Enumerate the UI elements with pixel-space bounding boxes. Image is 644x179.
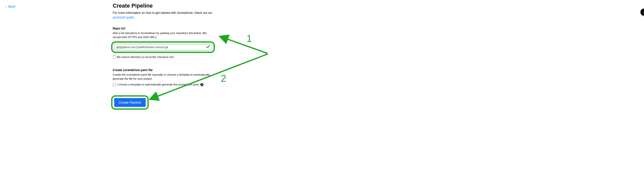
checkmark-icon — [206, 44, 211, 50]
intro-suffix: . — [134, 16, 136, 19]
chevron-left-icon: ‹ — [6, 5, 7, 8]
page-title: Create Pipeline — [113, 3, 213, 9]
back-label: Back — [8, 5, 16, 8]
repo-url-input-wrap — [114, 44, 212, 50]
annotation-number-2: 2 — [221, 73, 226, 84]
source-dir-checkbox-label: My source directory is not at the checko… — [117, 55, 174, 58]
repo-url-label: Repo Url — [113, 27, 213, 30]
yaml-template-checkbox-label: I choose a template to automatically gen… — [117, 83, 199, 86]
create-pipeline-button[interactable]: Create Pipeline — [114, 98, 146, 107]
repo-url-section: Repo Url Add a Git repository to Screwdr… — [113, 27, 213, 59]
yaml-desc: Create the screwdriver.yaml file manuall… — [113, 73, 213, 81]
source-dir-checkbox[interactable] — [113, 55, 116, 59]
intro-text: For more information on how to get start… — [113, 11, 213, 20]
yaml-label: Create screwdriver.yaml file — [113, 68, 213, 72]
annotation-number-1: 1 — [247, 33, 252, 44]
svg-line-0 — [221, 37, 268, 53]
quickstart-guide-link[interactable]: quickstart guide — [113, 16, 134, 19]
help-icon[interactable]: ? — [200, 83, 204, 86]
repo-url-desc: Add a Git repository to Screwdriver by p… — [113, 31, 213, 39]
yaml-section: Create screwdriver.yaml file Create the … — [113, 68, 213, 86]
create-button-highlight: Create Pipeline — [111, 95, 149, 110]
intro-prefix: For more information on how to get start… — [113, 11, 212, 15]
yaml-template-checkbox-row[interactable]: I choose a template to automatically gen… — [113, 83, 213, 86]
annotation-arrows — [0, 0, 644, 179]
repo-url-highlight — [111, 41, 215, 53]
create-pipeline-form: Create Pipeline For more information on … — [113, 3, 213, 110]
source-dir-checkbox-row[interactable]: My source directory is not at the checko… — [113, 55, 213, 59]
repo-url-input[interactable] — [114, 44, 212, 50]
back-link[interactable]: ‹ Back — [6, 5, 16, 8]
yaml-template-checkbox[interactable] — [113, 83, 116, 86]
info-icon[interactable]: i — [640, 9, 644, 16]
